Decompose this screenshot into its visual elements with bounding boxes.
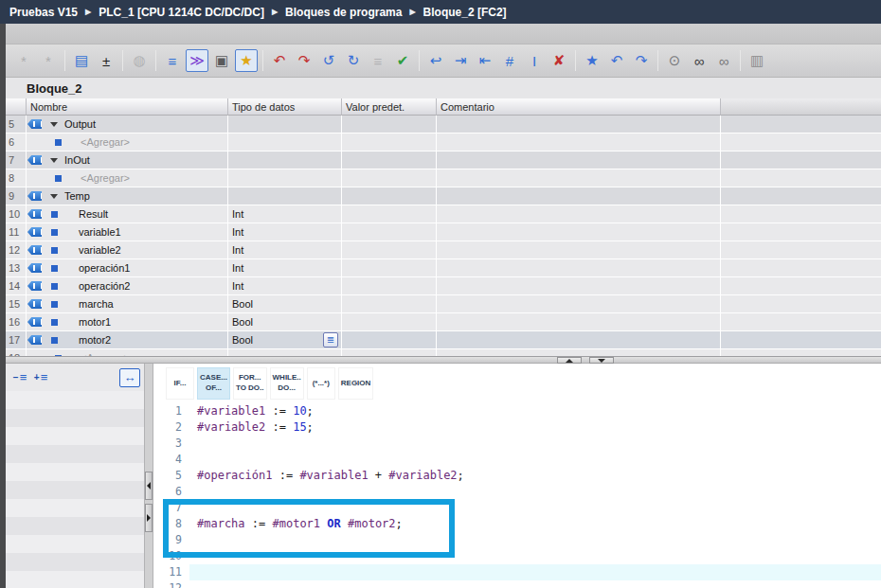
code-line[interactable]: 7 <box>153 500 881 516</box>
default-value-cell[interactable] <box>342 116 437 133</box>
type-cell[interactable] <box>228 116 342 133</box>
comment-cell[interactable] <box>437 277 721 294</box>
name-cell[interactable]: Result <box>27 205 228 223</box>
row-number-cell[interactable]: 11 <box>6 223 27 241</box>
comment-cell[interactable] <box>437 169 721 187</box>
set-bookmark-button[interactable]: ★ <box>581 49 603 72</box>
show-favorites-in-editor-button[interactable]: ↔ <box>119 368 140 387</box>
comment-cell[interactable] <box>437 205 721 223</box>
default-value-cell[interactable] <box>342 331 437 348</box>
table-row[interactable]: 8<Agregar> <box>6 169 881 187</box>
row-number-cell[interactable]: 5 <box>6 116 27 133</box>
type-cell[interactable]: Bool <box>228 313 342 330</box>
snippet-while-button[interactable]: WHILE..DO... <box>270 367 304 400</box>
remove-formatting-button[interactable]: ✘ <box>548 49 570 72</box>
name-cell[interactable]: Temp <box>27 187 228 205</box>
snippet-comment-button[interactable]: (*...*) <box>307 367 335 400</box>
column-header-tipo[interactable]: Tipo de datos <box>228 98 342 116</box>
code-line[interactable]: 12 <box>153 580 881 588</box>
table-row[interactable]: 18<Agregar> <box>6 349 881 356</box>
code-line[interactable]: 3 <box>153 436 881 452</box>
copy-snapshot-to-start-button[interactable]: ▣ <box>210 49 233 72</box>
know-how-protection-button[interactable]: ▥ <box>746 49 768 72</box>
code-line[interactable]: 9 <box>153 532 881 548</box>
default-value-cell[interactable] <box>342 349 437 356</box>
next-bookmark-button[interactable]: ↷ <box>630 49 653 72</box>
row-number-cell[interactable]: 18 <box>6 349 27 356</box>
comment-cell[interactable] <box>437 187 721 205</box>
table-row[interactable]: 15marchaBool <box>6 295 881 313</box>
go-to-previous-button[interactable]: ↩ <box>424 49 447 72</box>
monitoring-custom-button[interactable]: ∞ <box>712 49 735 72</box>
default-value-cell[interactable] <box>342 134 437 151</box>
column-header-comentario[interactable]: Comentario <box>437 98 721 116</box>
type-cell[interactable] <box>228 349 342 356</box>
table-row[interactable]: 5Output <box>6 116 881 134</box>
name-cell[interactable]: variable1 <box>27 223 228 241</box>
table-row[interactable]: 9Temp <box>6 187 881 205</box>
update-inconsistent-calls-button[interactable]: ↺ <box>317 49 340 72</box>
name-cell[interactable]: <Agregar> <box>27 134 228 151</box>
name-cell[interactable]: Output <box>27 116 228 133</box>
name-cell[interactable]: <Agregar> <box>27 169 228 187</box>
show-symbol-information-button[interactable]: I <box>523 49 546 72</box>
comment-cell[interactable] <box>437 295 721 312</box>
row-number-cell[interactable]: 14 <box>6 277 27 294</box>
table-row[interactable]: 11variable1Int <box>6 223 881 241</box>
row-number-cell[interactable]: 17 <box>6 331 27 348</box>
comment-cell[interactable] <box>437 313 721 330</box>
default-value-cell[interactable] <box>342 313 437 330</box>
table-row[interactable]: 7InOut <box>6 151 881 169</box>
name-cell[interactable]: operación1 <box>27 259 228 276</box>
breadcrumb-item[interactable]: Pruebas V15 <box>9 6 78 19</box>
snippet-for-button[interactable]: FOR...TO DO.. <box>233 367 267 400</box>
horizontal-splitter[interactable] <box>6 356 881 364</box>
row-number-cell[interactable]: 12 <box>6 241 27 258</box>
type-cell[interactable]: Int <box>228 241 342 258</box>
table-row[interactable]: 13operación1Int <box>6 259 881 277</box>
type-cell[interactable]: Int <box>228 277 342 294</box>
row-number-cell[interactable]: 15 <box>6 295 27 312</box>
type-cell[interactable]: Int <box>228 205 342 223</box>
code-line[interactable]: 8#marcha := #motor1 OR #motor2; <box>153 516 881 532</box>
default-value-cell[interactable] <box>342 223 437 241</box>
default-value-cell[interactable] <box>342 241 437 258</box>
splitter-collapse-left-button[interactable] <box>145 472 153 500</box>
row-number-cell[interactable]: 8 <box>6 169 27 187</box>
compile-button[interactable]: ✔ <box>391 49 414 72</box>
previous-error-button[interactable]: ↶ <box>268 49 291 72</box>
comment-cell[interactable] <box>437 349 721 356</box>
name-cell[interactable]: marcha <box>27 295 228 312</box>
add-favorite-button[interactable]: +≡ <box>30 368 51 387</box>
table-row[interactable]: 16motor1Bool <box>6 313 881 331</box>
comment-cell[interactable] <box>437 259 721 276</box>
search-in-project-button[interactable]: ⊙ <box>663 49 686 72</box>
snippet-region-button[interactable]: REGION <box>338 367 374 400</box>
synchronize-calls-button[interactable]: ↻ <box>342 49 365 72</box>
type-cell[interactable]: Int <box>228 223 342 241</box>
absolute-operands-button[interactable]: # <box>498 49 521 72</box>
table-row[interactable]: 14operación2Int <box>6 277 881 295</box>
name-cell[interactable]: motor1 <box>27 313 228 330</box>
code-line[interactable]: 6 <box>153 484 881 500</box>
type-cell[interactable] <box>228 187 342 205</box>
code-line[interactable]: 4 <box>153 452 881 468</box>
snippet-if-button[interactable]: IF... <box>166 367 194 400</box>
comment-cell[interactable] <box>437 331 721 348</box>
code-line[interactable]: 10 <box>153 548 881 564</box>
default-value-cell[interactable] <box>342 277 437 294</box>
comment-cell[interactable] <box>437 223 721 241</box>
expand-all-button[interactable]: ≡ <box>161 49 184 72</box>
table-row[interactable]: 10ResultInt <box>6 205 881 223</box>
snippet-case-button[interactable]: CASE...OF... <box>197 367 230 400</box>
default-value-cell[interactable] <box>342 205 437 223</box>
breadcrumb-item[interactable]: Bloque_2 [FC2] <box>423 6 507 19</box>
comment-cell[interactable] <box>437 134 721 151</box>
name-cell[interactable]: variable2 <box>27 241 228 258</box>
vertical-splitter[interactable] <box>144 364 153 588</box>
row-number-cell[interactable]: 13 <box>6 259 27 276</box>
table-row[interactable]: 12variable2Int <box>6 241 881 259</box>
column-header-valor[interactable]: Valor predet. <box>342 98 437 116</box>
code-area[interactable]: 1#variable1 := 10;2#variable2 := 15;345#… <box>153 403 881 588</box>
default-value-cell[interactable] <box>342 187 437 205</box>
